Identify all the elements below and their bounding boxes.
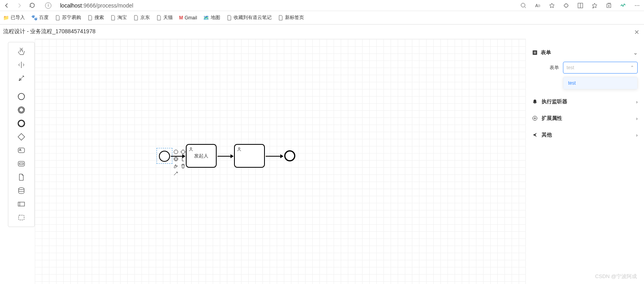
watermark: CSDN @宁波阿成 (595, 273, 637, 280)
start-event-tool[interactable] (14, 91, 29, 102)
page-title: 流程设计 - 业务流程_1708845741978 (3, 28, 95, 35)
extensions-icon[interactable] (563, 2, 570, 9)
form-label: 表单 (532, 64, 559, 71)
chevron-up-icon: ⌃ (630, 65, 634, 70)
svg-point-18 (19, 188, 24, 190)
pad-delete-icon[interactable] (180, 163, 186, 169)
properties-panel: 表单 ⌄ 表单 test ⌃ test 执行监听器 › 扩展属性 › (525, 39, 644, 284)
user-task-tool[interactable] (14, 144, 29, 156)
svg-point-15 (20, 149, 21, 150)
chevron-right-icon: › (636, 115, 638, 121)
hand-tool[interactable] (14, 45, 29, 57)
page-icon (133, 15, 139, 21)
select-option[interactable]: test (563, 77, 637, 89)
split-icon[interactable] (577, 2, 584, 9)
user-task-1[interactable]: 发起人 (186, 144, 217, 168)
sequence-flow[interactable] (266, 156, 283, 157)
user-task-2[interactable] (234, 144, 265, 168)
group-tool[interactable] (14, 212, 29, 223)
form-select[interactable]: test ⌃ (563, 62, 638, 74)
lasso-tool[interactable] (14, 59, 29, 71)
form-field-row: 表单 test ⌃ (532, 62, 638, 74)
pad-start-icon[interactable] (173, 149, 179, 155)
bookmark-item[interactable]: 搜索 (87, 14, 104, 21)
end-event[interactable] (284, 150, 295, 161)
section-extension[interactable]: 扩展属性 › (531, 110, 639, 127)
section-title: 执行监听器 (542, 98, 567, 105)
site-info-icon[interactable]: i (45, 2, 51, 9)
section-other[interactable]: 其他 › (531, 127, 639, 143)
collections-icon[interactable] (605, 2, 612, 9)
section-title: 扩展属性 (542, 115, 562, 122)
bookmark-item[interactable]: 淘宝 (110, 14, 127, 21)
bookmark-item[interactable]: MGmail (179, 15, 197, 21)
gateway-tool[interactable] (14, 131, 29, 143)
svg-rect-17 (19, 163, 23, 165)
pad-intermediate-icon[interactable] (173, 156, 179, 162)
chevron-down-icon: ⌄ (633, 50, 638, 56)
section-listener[interactable]: 执行监听器 › (531, 93, 639, 110)
svg-rect-23 (181, 150, 185, 154)
favorite-icon[interactable] (548, 2, 555, 9)
bookmark-item[interactable]: 天猫 (156, 14, 173, 21)
select-dropdown: test (563, 77, 638, 89)
bookmark-item[interactable]: 新标签页 (278, 14, 304, 21)
bookmark-item[interactable]: 📁已导入 (3, 14, 25, 21)
svg-point-12 (18, 120, 25, 127)
forward-button[interactable] (16, 2, 23, 9)
pad-gateway-icon[interactable] (180, 149, 186, 155)
browser-toolbar: i localhost:9666/process/model A)) ⋯ (0, 0, 644, 11)
bookmark-item[interactable]: 京东 (133, 14, 150, 21)
section-form: 表单 ⌄ 表单 test ⌃ test (531, 45, 639, 93)
back-button[interactable] (3, 2, 10, 9)
bookmark-item[interactable]: 收藏到有道云笔记 (227, 14, 272, 21)
content-area: 发起人 表单 ⌄ 表单 test ⌃ test (0, 39, 644, 284)
url-path: :9666/process/model (82, 2, 133, 9)
pad-connect-icon[interactable] (173, 170, 179, 176)
svg-rect-14 (18, 148, 25, 153)
section-form-header[interactable]: 表单 ⌄ (532, 49, 638, 56)
more-icon[interactable]: ⋯ (634, 2, 641, 9)
svg-rect-16 (18, 161, 25, 166)
start-event[interactable] (159, 151, 170, 162)
read-aloud-icon[interactable]: A)) (534, 2, 541, 9)
address-bar[interactable]: localhost:9666/process/model (60, 2, 133, 9)
performance-icon[interactable] (619, 2, 627, 9)
bpmn-canvas[interactable]: 发起人 (35, 39, 525, 284)
sequence-flow[interactable] (171, 156, 185, 157)
plus-circle-icon (532, 115, 538, 121)
close-icon[interactable]: ✕ (634, 28, 639, 36)
favorites-list-icon[interactable] (591, 2, 598, 9)
user-icon (236, 146, 242, 152)
svg-point-27 (190, 148, 192, 149)
bookmark-item[interactable]: 苏宁易购 (55, 14, 81, 21)
end-event-tool[interactable] (14, 117, 29, 129)
task-label: 发起人 (194, 153, 208, 159)
svg-point-9 (18, 93, 25, 100)
svg-point-28 (238, 148, 240, 149)
participant-tool[interactable] (14, 198, 29, 210)
form-icon (532, 50, 538, 55)
chevron-right-icon: › (636, 99, 638, 105)
zoom-icon[interactable] (520, 2, 527, 9)
page-icon (55, 15, 60, 21)
gmail-icon: M (179, 15, 183, 21)
space-tool[interactable] (14, 72, 29, 84)
section-title: 表单 (541, 49, 551, 56)
bookmark-item[interactable]: 🐾百度 (31, 14, 49, 21)
baidu-icon: 🐾 (31, 15, 38, 21)
subprocess-tool[interactable] (14, 171, 29, 183)
sequence-flow[interactable] (217, 156, 233, 157)
page-icon (278, 15, 283, 21)
pad-wrench-icon[interactable] (173, 163, 179, 169)
svg-rect-21 (19, 215, 24, 220)
page-title-bar: 流程设计 - 业务流程_1708845741978 ✕ (0, 25, 644, 39)
browser-actions: A)) ⋯ (520, 2, 641, 9)
refresh-button[interactable] (28, 2, 36, 9)
user-icon (188, 146, 194, 152)
svg-rect-19 (18, 202, 25, 206)
intermediate-event-tool[interactable] (14, 104, 29, 116)
data-store-tool[interactable] (14, 185, 29, 197)
bookmark-item[interactable]: 🗺️地图 (203, 14, 220, 21)
task-tool[interactable] (14, 158, 29, 170)
